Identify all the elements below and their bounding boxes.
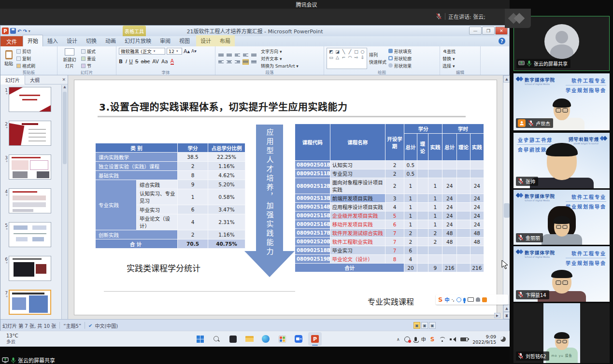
panel-scrollbar-thumb[interactable] xyxy=(63,92,67,164)
new-slide-button[interactable]: 新建幻灯片 xyxy=(60,48,79,69)
left-table-caption[interactable]: 实践类课程学分统计 xyxy=(127,262,200,274)
qat-dropdown-icon[interactable]: ▾ xyxy=(29,29,30,33)
tab-设计[interactable]: 设计 xyxy=(62,35,82,46)
shrink-font-icon[interactable]: A▾ xyxy=(191,49,197,54)
participant-tile-2[interactable]: 数字媒体学院School of Digital Media软件工程专业学业规划指… xyxy=(513,73,610,130)
save-icon[interactable] xyxy=(10,28,16,34)
taskbar-start-icon[interactable] xyxy=(193,332,207,346)
font-style-B[interactable]: B xyxy=(119,58,123,64)
align-center-icon[interactable] xyxy=(226,59,232,65)
credit-row[interactable]: 基础实践84.62% xyxy=(96,171,245,180)
find-button[interactable]: 🔍︎查找 xyxy=(442,48,456,55)
font-name-select[interactable]: 微软雅黑 (正文▾ xyxy=(119,48,165,55)
bullets-icon[interactable] xyxy=(218,53,224,58)
paste-button[interactable]: 粘贴 xyxy=(3,48,14,69)
taskbar-powerpoint-icon[interactable]: P xyxy=(308,332,322,346)
sogou-s-icon[interactable]: S xyxy=(438,296,442,303)
tray-battery-icon[interactable] xyxy=(460,337,468,341)
align-text-button[interactable]: 对齐文本 ▾ xyxy=(261,56,299,62)
text-direction-button[interactable]: 文字方向 ▾ xyxy=(261,48,299,55)
course-row[interactable]: 080902515B企业级开发项目实践5112424 xyxy=(295,211,484,220)
numbering-icon[interactable] xyxy=(226,53,232,58)
punctuation-icon[interactable]: ·, xyxy=(451,297,454,302)
shape-○[interactable]: ○ xyxy=(359,49,366,55)
ppt-minimize-button[interactable]: — xyxy=(469,27,482,35)
justify-icon[interactable] xyxy=(242,59,249,65)
course-row[interactable]: 080902512B面向对象程序设计项目实践2112424 xyxy=(295,178,484,194)
shape-◩[interactable]: ◩ xyxy=(328,49,334,55)
tab-开始[interactable]: 开始 xyxy=(23,35,43,46)
redo-icon[interactable]: ↷ xyxy=(23,28,27,34)
shape-outline-button[interactable]: 形状轮廓 xyxy=(388,56,412,62)
tab-幻灯片放映[interactable]: 幻灯片放映 xyxy=(120,35,156,46)
tray-night-mode-icon[interactable] xyxy=(500,336,506,342)
credit-row[interactable]: 创新实践21.16% xyxy=(96,230,245,239)
panel-tab-outline[interactable]: 大纲 xyxy=(25,75,44,84)
voice-input-icon[interactable] xyxy=(463,298,466,302)
arrange-button[interactable]: 排列 xyxy=(369,52,386,58)
account-person-icon[interactable] xyxy=(476,297,480,302)
course-row[interactable]: 080902520B软件工程职业实践7224848 xyxy=(295,238,484,246)
spellcheck-icon[interactable]: ✔ xyxy=(88,323,92,328)
tab-插入[interactable]: 插入 xyxy=(43,35,62,46)
participant-tile-6[interactable]: mo yu 摸鱼刘哲铭62 xyxy=(513,303,610,363)
shape-⇩[interactable]: ⇩ xyxy=(359,55,366,60)
shapes-gallery[interactable]: ◩◪╲╱□○▭△⌐◠⇨⇩ xyxy=(327,48,367,69)
taskbar-edge-icon[interactable] xyxy=(259,332,272,346)
align-right-icon[interactable] xyxy=(234,59,241,65)
context-tab-设计[interactable]: 设计 xyxy=(196,35,215,46)
hscroll-right-arrow[interactable]: ▶ xyxy=(494,313,500,318)
tray-input-chinese-icon[interactable]: 中 xyxy=(421,336,426,343)
vertical-scrollbar[interactable]: ▲ ▲▲ ▼▼ xyxy=(503,75,510,319)
font-size-select[interactable]: 12▾ xyxy=(167,48,182,55)
course-row[interactable]: 080902514B应用程序设计项目实践4112424 xyxy=(295,203,484,211)
slide-thumbnail-7[interactable]: 7* xyxy=(1,290,51,315)
tab-动画[interactable]: 动画 xyxy=(101,35,120,46)
font-style-AV[interactable]: AV xyxy=(152,58,159,64)
course-row[interactable]: 080902513B前端开发项目实践3112424 xyxy=(295,194,484,203)
format-painter-button[interactable]: 格式刷 xyxy=(16,63,35,69)
ppt-restore-button[interactable]: ❐ xyxy=(482,27,495,35)
course-total-row[interactable]: 合计209216216 xyxy=(295,264,484,272)
taskbar-widgets-icon[interactable] xyxy=(226,332,240,346)
cut-button[interactable]: 剪切 xyxy=(16,48,35,55)
taskbar-store-icon[interactable] xyxy=(275,332,289,346)
tray-chevron-up-icon[interactable]: ∧ xyxy=(397,337,400,342)
input-chinese-icon[interactable]: 中 xyxy=(444,296,449,303)
tray-wifi-icon[interactable] xyxy=(439,336,445,342)
credit-row[interactable]: 课内实践教学38.522.25% xyxy=(96,153,245,162)
font-style-I[interactable]: I xyxy=(125,58,127,64)
select-button[interactable]: 选择 ▾ xyxy=(442,63,456,69)
tab-审阅[interactable]: 审阅 xyxy=(156,35,175,46)
language-indicator[interactable]: 中文(中国) xyxy=(95,322,118,329)
scrollbar-thumb[interactable] xyxy=(504,203,510,218)
taskbar-search-icon[interactable] xyxy=(210,332,223,346)
participant-tile-4[interactable]: 数字媒体学院School of Digital Media软件工程专业学业规划指… xyxy=(513,190,610,245)
course-row[interactable]: 080902516B移动开发项目实践6112424 xyxy=(295,220,484,229)
scroll-up-icon[interactable]: ▲ xyxy=(503,75,510,83)
shape-◪[interactable]: ◪ xyxy=(334,49,341,55)
credit-total-row[interactable]: 合 计70.540.75% xyxy=(96,239,245,249)
panel-close-icon[interactable]: ✕ xyxy=(62,77,66,82)
slide-title[interactable]: 3.设置合理的实践课程体系，切实提升学生应用实践能力 xyxy=(99,99,348,113)
reading-view-icon[interactable]: ▣ xyxy=(429,322,436,329)
layout-button[interactable]: 版式 xyxy=(81,48,96,55)
copy-button[interactable]: 复制 xyxy=(16,56,35,62)
soft-keyboard-icon[interactable] xyxy=(468,297,474,302)
emoji-icon[interactable] xyxy=(456,297,461,302)
slide-thumbnail-4[interactable]: 4* xyxy=(1,188,51,213)
help-icon[interactable]: ? xyxy=(499,38,505,44)
shape-△[interactable]: △ xyxy=(334,55,341,60)
section-button[interactable]: 节 xyxy=(81,63,96,69)
font-style-abc[interactable]: abc xyxy=(141,58,150,64)
indent-increase-icon[interactable] xyxy=(242,53,249,58)
tab-file[interactable]: 文件 xyxy=(0,36,23,46)
shape-▭[interactable]: ▭ xyxy=(328,55,334,60)
shape-fill-button[interactable]: 形状填充 xyxy=(388,48,412,55)
align-left-icon[interactable] xyxy=(218,59,224,65)
course-row[interactable]: 080902501B认知实习20.5 xyxy=(295,161,484,169)
taskbar-file-explorer-icon[interactable] xyxy=(242,332,256,346)
slide-thumbnail-5[interactable]: 5* xyxy=(1,222,51,247)
slide-thumbnail-2[interactable]: 2* xyxy=(1,121,51,146)
right-table-caption[interactable]: 专业实践课程 xyxy=(342,295,439,307)
